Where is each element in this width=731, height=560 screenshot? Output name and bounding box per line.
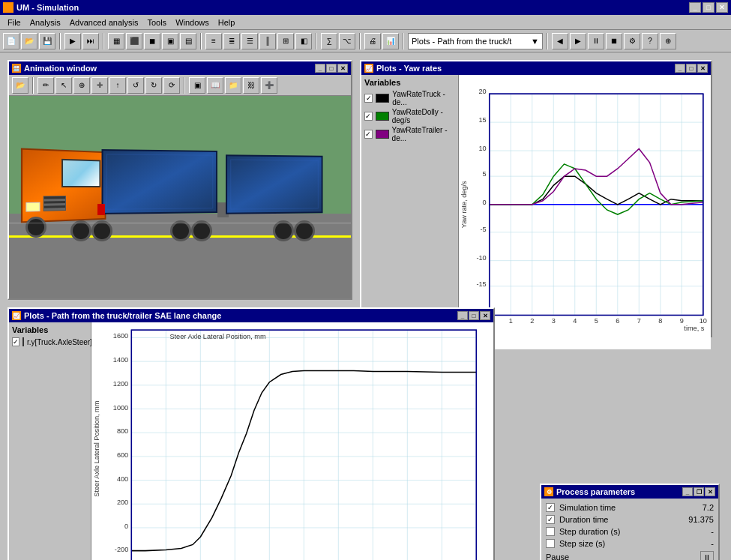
path-var-0: ✓ r.y[Truck.AxleSteer]... (12, 337, 88, 346)
menu-tools[interactable]: Tools (142, 16, 171, 28)
menu-advanced-analysis[interactable]: Advanced analysis (65, 16, 143, 28)
maximize-button[interactable]: □ (703, 2, 715, 13)
yaw-var-2: ✓ YawRateTrailer - de... (364, 126, 455, 142)
svg-text:1200: 1200 (113, 380, 128, 388)
path-maximize[interactable]: □ (469, 311, 479, 320)
anim-book-icon[interactable]: 📖 (207, 77, 223, 94)
toolbar-icon11[interactable]: ◧ (295, 33, 312, 49)
toolbar-icon20[interactable]: ⚙ (624, 33, 640, 49)
toolbar-step[interactable]: ⏭ (82, 33, 99, 49)
anim-add-icon[interactable]: ➕ (261, 77, 277, 94)
yaw-minimize[interactable]: _ (675, 64, 685, 73)
path-variables-panel: Variables ✓ r.y[Truck.AxleSteer]... (9, 322, 91, 560)
svg-text:7: 7 (637, 317, 641, 325)
menu-windows[interactable]: Windows (171, 16, 214, 28)
toolbar-icon3[interactable]: ◼ (144, 33, 160, 49)
toolbar-icon6[interactable]: ≡ (205, 33, 222, 49)
proc-close[interactable]: ✕ (705, 487, 715, 496)
toolbar-icon1[interactable]: ▦ (108, 33, 124, 49)
toolbar-save[interactable]: 💾 (39, 33, 55, 49)
anim-draw-icon[interactable]: ✏ (37, 77, 54, 94)
toolbar-icon5[interactable]: ▤ (180, 33, 196, 49)
toolbar-open[interactable]: 📂 (21, 33, 37, 49)
proc-restore[interactable]: ❐ (694, 487, 704, 496)
menu-file[interactable]: File (3, 16, 25, 28)
anim-arrow-icon[interactable]: ↖ (55, 77, 72, 94)
yaw-maximize[interactable]: □ (686, 64, 697, 73)
close-button[interactable]: ✕ (716, 2, 728, 13)
app-icon (3, 2, 13, 13)
toolbar-icon9[interactable]: ║ (259, 33, 276, 49)
animation-win-buttons: _ □ ✕ (315, 64, 348, 73)
proc-checkbox-3[interactable] (546, 539, 555, 548)
proc-minimize[interactable]: _ (682, 487, 693, 496)
toolbar-icon22[interactable]: ⊕ (660, 33, 676, 49)
toolbar-icon15[interactable]: 📊 (382, 33, 399, 49)
animation-window-titlebar[interactable]: 🪟 Animation window _ □ ✕ (9, 61, 351, 75)
svg-text:1: 1 (509, 317, 513, 325)
toolbar-new[interactable]: 📄 (3, 33, 19, 49)
yaw-window-titlebar[interactable]: 📈 Plots - Yaw rates _ □ ✕ (361, 61, 711, 75)
path-window-titlebar[interactable]: 📈 Plots - Path from the truck/trailer SA… (9, 309, 493, 322)
toolbar-icon18[interactable]: ⏸ (588, 33, 604, 49)
anim-rotate3-icon[interactable]: ⟳ (163, 77, 180, 94)
anim-open-icon[interactable]: 📂 (12, 77, 28, 94)
animation-toolbar: 📂 ✏ ↖ ⊕ ✛ ↑ ↺ ↻ ⟳ ▣ 📖 📁 ⛓ ➕ (9, 75, 351, 96)
proc-pause-label: Pause (546, 553, 700, 560)
yaw-var-1-color (376, 112, 389, 121)
anim-target-icon[interactable]: ⊕ (73, 77, 90, 94)
anim-chain-icon[interactable]: ⛓ (243, 77, 259, 94)
proc-checkbox-2[interactable] (546, 527, 555, 536)
yaw-close[interactable]: ✕ (697, 64, 708, 73)
yaw-var-0-checkbox[interactable]: ✓ (364, 94, 373, 103)
proc-pause-icon[interactable]: ⏸ (700, 551, 714, 560)
anim-axes-icon[interactable]: ✛ (91, 77, 108, 94)
anim-rotate1-icon[interactable]: ↺ (127, 77, 144, 94)
toolbar-icon13[interactable]: ⌥ (339, 33, 355, 49)
path-win-buttons: _ □ ✕ (457, 311, 490, 320)
anim-folder-icon[interactable]: 📁 (225, 77, 241, 94)
toolbar-icon10[interactable]: ⊞ (277, 33, 294, 49)
toolbar-icon7[interactable]: ≣ (223, 33, 240, 49)
proc-win-buttons: _ ❐ ✕ (682, 487, 715, 496)
toolbar-sep-7 (547, 33, 548, 49)
proc-checkbox-1[interactable]: ✓ (546, 515, 555, 524)
toolbar-icon8[interactable]: ☰ (241, 33, 258, 49)
toolbar-icon16[interactable]: ◀ (552, 33, 568, 49)
proc-window-titlebar[interactable]: ⚙ Process parameters _ ❐ ✕ (541, 485, 718, 499)
svg-text:5: 5 (483, 170, 487, 178)
toolbar-icon4[interactable]: ▣ (162, 33, 178, 49)
anim-close[interactable]: ✕ (337, 64, 348, 73)
toolbar-icon2[interactable]: ⬛ (126, 33, 142, 49)
proc-row-1: ✓ Duration time 91.375 (546, 515, 714, 524)
toolbar-icon17[interactable]: ▶ (570, 33, 586, 49)
menu-analysis[interactable]: Analysis (25, 16, 65, 28)
trailer1 (102, 149, 217, 214)
path-var-0-checkbox[interactable]: ✓ (12, 337, 19, 346)
proc-value-3: - (676, 539, 714, 548)
anim-rotate2-icon[interactable]: ↻ (145, 77, 162, 94)
proc-label-3: Step size (s) (559, 539, 676, 548)
path-close[interactable]: ✕ (480, 311, 490, 320)
svg-text:1600: 1600 (113, 332, 128, 340)
anim-maximize[interactable]: □ (326, 64, 337, 73)
toolbar-icon21[interactable]: ? (642, 33, 658, 49)
toolbar-icon19[interactable]: ⏹ (606, 33, 622, 49)
yaw-var-2-checkbox[interactable]: ✓ (364, 130, 373, 139)
proc-checkbox-0[interactable]: ✓ (546, 503, 555, 512)
anim-minimize[interactable]: _ (315, 64, 325, 73)
plots-dropdown[interactable]: Plots - Path from the truck/t ▼ (408, 33, 543, 49)
path-minimize[interactable]: _ (457, 311, 468, 320)
anim-cube-icon[interactable]: ▣ (189, 77, 205, 94)
yaw-var-1-checkbox[interactable]: ✓ (364, 112, 373, 121)
proc-label-2: Step duration (s) (559, 527, 676, 536)
plots-dropdown-text: Plots - Path from the truck/t (412, 37, 511, 46)
toolbar-play[interactable]: ▶ (64, 33, 81, 49)
svg-text:15: 15 (478, 116, 486, 124)
toolbar-icon14[interactable]: 🖨 (364, 33, 381, 49)
minimize-button[interactable]: _ (689, 2, 701, 13)
toolbar-icon12[interactable]: ∑ (321, 33, 337, 49)
anim-up-icon[interactable]: ↑ (109, 77, 126, 94)
menu-help[interactable]: Help (214, 16, 240, 28)
yaw-variables-label: Variables (364, 78, 455, 87)
